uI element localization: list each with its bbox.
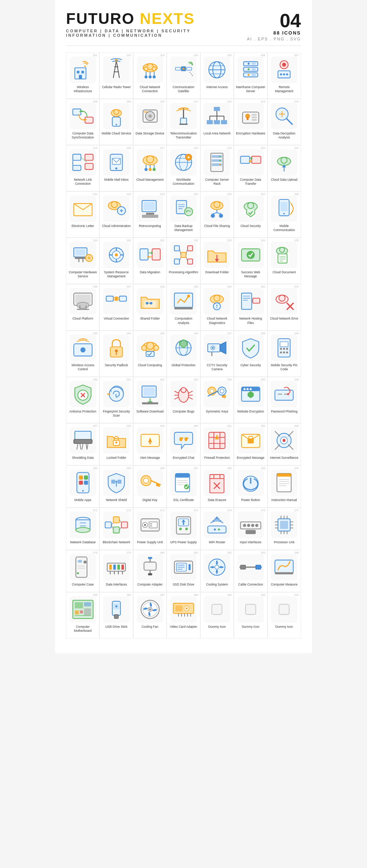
svg-rect-74 bbox=[252, 116, 257, 118]
icon-number: 009 bbox=[127, 100, 131, 103]
svg-point-191 bbox=[77, 302, 89, 309]
icon-image-box bbox=[70, 288, 96, 314]
icon-label-text: Computer Measure bbox=[271, 583, 298, 587]
svg-rect-253 bbox=[143, 388, 155, 396]
icon-number: 081 bbox=[194, 551, 198, 554]
svg-rect-61 bbox=[214, 107, 220, 111]
icon-cell: 090 Dummy Icon bbox=[234, 592, 267, 638]
logo-title: FUTURO NEXTS bbox=[66, 11, 195, 26]
icon-cell: 029 Computer Hardware Service bbox=[66, 238, 99, 284]
icon-label-text: Cloud Management bbox=[136, 178, 163, 182]
icon-number: 076 bbox=[261, 509, 265, 512]
icon-label-text: Dummy Icon bbox=[208, 625, 226, 629]
svg-rect-130 bbox=[142, 215, 158, 218]
svg-point-184 bbox=[280, 248, 285, 253]
icon-cell: 067 SSL Certificate bbox=[167, 465, 200, 508]
icon-label-text: Digital Key bbox=[142, 498, 157, 502]
icon-label-text: Encrypted Chat bbox=[173, 456, 195, 460]
icon-label-text: Cloud Network Diagnostics bbox=[202, 317, 232, 325]
icon-image-box bbox=[204, 149, 230, 176]
icon-cell: 043 Wireless Access Control bbox=[66, 331, 99, 377]
svg-point-276 bbox=[247, 388, 249, 390]
icon-number: 011 bbox=[194, 100, 198, 103]
icon-number: 021 bbox=[294, 147, 299, 149]
svg-point-13 bbox=[152, 67, 156, 71]
icon-number: 036 bbox=[93, 285, 98, 288]
icon-label-text: Cooling Fan bbox=[142, 625, 159, 629]
icon-image-box bbox=[170, 149, 197, 176]
icon-number: 045 bbox=[160, 332, 165, 335]
svg-point-118 bbox=[281, 157, 287, 163]
icon-cell: 052 Software Download bbox=[133, 377, 167, 423]
icon-image-box bbox=[170, 427, 197, 454]
icon-image-box bbox=[271, 242, 297, 268]
icon-image-box bbox=[237, 288, 264, 314]
icon-image-box bbox=[204, 427, 230, 454]
svg-point-199 bbox=[146, 302, 148, 305]
icon-cell: 004 Communication Satellite bbox=[167, 53, 200, 99]
icon-label-text: USB Drive Stick bbox=[105, 625, 127, 629]
icon-cell: 087 Cooling Fan bbox=[133, 592, 167, 638]
icon-image-box bbox=[103, 596, 130, 623]
icon-label-text: Data Interfaces bbox=[106, 583, 127, 587]
svg-rect-352 bbox=[113, 517, 120, 523]
svg-point-141 bbox=[219, 214, 223, 218]
icon-cell: 058 Locked Folder bbox=[99, 423, 133, 465]
svg-rect-73 bbox=[252, 114, 257, 116]
icon-number: 065 bbox=[127, 467, 131, 469]
icon-label-text: Cable Connection bbox=[238, 583, 263, 587]
icon-cell: 042 Cloud Network Error bbox=[268, 284, 301, 330]
icon-number: 038 bbox=[160, 285, 165, 288]
icon-label-text: Cellular Radio Tower bbox=[102, 85, 131, 89]
icon-cell: 049 Mobile Security Pin Code bbox=[268, 331, 301, 377]
svg-rect-202 bbox=[174, 293, 193, 307]
icon-number: 085 bbox=[93, 594, 98, 596]
icon-number: 089 bbox=[227, 594, 232, 596]
svg-line-262 bbox=[189, 391, 193, 393]
icon-label-text: Processing Algorithm bbox=[169, 270, 198, 274]
svg-point-241 bbox=[280, 348, 282, 350]
icon-cell: 053 Computer Bugs bbox=[167, 377, 200, 423]
icon-number: 013 bbox=[261, 100, 265, 103]
icon-cell: 005 Internet Access bbox=[200, 53, 234, 99]
icon-number: 004 bbox=[194, 54, 198, 57]
icon-label-text: Encryption Hardware bbox=[236, 132, 265, 136]
icon-image-box bbox=[70, 242, 96, 268]
icon-label-text: Cloud Document bbox=[273, 270, 296, 274]
icon-cell: 086 USB Drive Stick bbox=[99, 592, 133, 638]
svg-point-245 bbox=[283, 351, 286, 353]
icon-cell: 059 Alert Message bbox=[133, 423, 167, 465]
icon-number: 043 bbox=[93, 332, 98, 335]
svg-rect-150 bbox=[75, 249, 86, 256]
icon-number: 057 bbox=[93, 425, 98, 427]
icon-label-text: Security Padlock bbox=[105, 363, 128, 367]
icon-number: 082 bbox=[227, 551, 232, 554]
svg-point-56 bbox=[149, 115, 150, 117]
svg-line-284 bbox=[77, 443, 78, 450]
icon-number: 032 bbox=[194, 239, 198, 242]
svg-point-203 bbox=[187, 295, 190, 298]
svg-point-52 bbox=[114, 109, 119, 115]
icon-label-text: Cloud Data Upload bbox=[271, 178, 297, 182]
icon-cell: 020 Computer Data Transfer bbox=[234, 145, 267, 191]
icon-image-box bbox=[103, 288, 130, 314]
icon-label-text: Mobile Communication bbox=[269, 224, 299, 232]
icon-number: 005 bbox=[227, 54, 232, 57]
svg-line-77 bbox=[287, 119, 292, 124]
icon-cell: 044 Security Padlock bbox=[99, 331, 133, 377]
svg-point-449 bbox=[186, 607, 188, 609]
icon-number: 015 bbox=[93, 147, 98, 149]
icon-image-box bbox=[137, 335, 163, 361]
icon-label-text: Retrocomputing bbox=[139, 224, 161, 228]
icon-number: 084 bbox=[294, 551, 299, 554]
icon-cell: 077 Processor Unit bbox=[268, 508, 301, 550]
icon-number: 016 bbox=[127, 147, 131, 149]
svg-rect-80 bbox=[73, 154, 81, 161]
svg-line-309 bbox=[275, 444, 280, 450]
icon-number: 075 bbox=[227, 509, 232, 512]
icon-cell: 073 Power Supply Unit bbox=[133, 508, 167, 550]
icon-image-box bbox=[204, 288, 230, 314]
icon-cell: 014 Data Decryption Analysis bbox=[268, 99, 301, 145]
svg-rect-112 bbox=[252, 156, 261, 163]
icon-label-text: Locked Folder bbox=[106, 456, 126, 460]
